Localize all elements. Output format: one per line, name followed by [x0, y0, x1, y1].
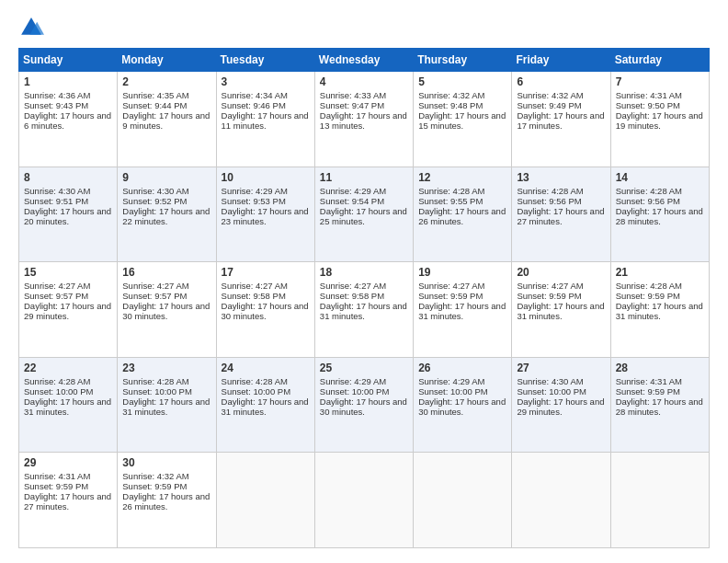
day-number: 5	[418, 75, 506, 88]
day-number: 9	[122, 171, 210, 184]
calendar-day-cell: 11Sunrise: 4:29 AMSunset: 9:54 PMDayligh…	[314, 167, 413, 262]
day-info: Sunrise: 4:29 AMSunset: 10:00 PMDaylight…	[418, 376, 506, 417]
header-friday: Friday	[512, 49, 610, 72]
calendar-day-cell: 21Sunrise: 4:28 AMSunset: 9:59 PMDayligh…	[610, 262, 709, 358]
day-info: Sunrise: 4:32 AMSunset: 9:48 PMDaylight:…	[418, 90, 506, 131]
calendar-day-cell: 12Sunrise: 4:28 AMSunset: 9:55 PMDayligh…	[414, 167, 512, 262]
day-number: 30	[122, 456, 210, 469]
calendar-day-cell: 20Sunrise: 4:27 AMSunset: 9:59 PMDayligh…	[512, 262, 610, 358]
day-number: 23	[122, 362, 210, 374]
day-number: 16	[122, 266, 210, 279]
day-number: 19	[418, 266, 506, 279]
day-number: 14	[616, 171, 704, 184]
day-info: Sunrise: 4:31 AMSunset: 9:50 PMDaylight:…	[616, 90, 703, 131]
day-info: Sunrise: 4:28 AMSunset: 10:00 PMDaylight…	[122, 376, 210, 417]
calendar-day-cell: 22Sunrise: 4:28 AMSunset: 10:00 PMDaylig…	[19, 357, 118, 453]
day-number: 24	[222, 362, 310, 374]
logo	[18, 15, 48, 40]
logo-icon	[18, 15, 44, 40]
day-info: Sunrise: 4:28 AMSunset: 9:56 PMDaylight:…	[517, 186, 604, 226]
day-number: 25	[320, 362, 408, 374]
day-info: Sunrise: 4:29 AMSunset: 9:53 PMDaylight:…	[222, 186, 309, 226]
day-info: Sunrise: 4:28 AMSunset: 9:55 PMDaylight:…	[418, 186, 506, 226]
day-info: Sunrise: 4:32 AMSunset: 9:49 PMDaylight:…	[517, 90, 604, 131]
calendar-day-cell: 27Sunrise: 4:30 AMSunset: 10:00 PMDaylig…	[512, 357, 610, 453]
day-number: 13	[517, 171, 605, 184]
calendar-day-cell: 14Sunrise: 4:28 AMSunset: 9:56 PMDayligh…	[610, 167, 709, 262]
day-number: 26	[418, 362, 506, 374]
day-number: 21	[616, 266, 704, 279]
calendar-day-cell	[610, 453, 709, 548]
day-info: Sunrise: 4:33 AMSunset: 9:47 PMDaylight:…	[320, 90, 407, 131]
day-info: Sunrise: 4:27 AMSunset: 9:59 PMDaylight:…	[517, 281, 604, 321]
day-info: Sunrise: 4:36 AMSunset: 9:43 PMDaylight:…	[24, 90, 111, 131]
calendar-day-cell: 1Sunrise: 4:36 AMSunset: 9:43 PMDaylight…	[19, 72, 118, 167]
calendar-day-cell: 24Sunrise: 4:28 AMSunset: 10:00 PMDaylig…	[216, 357, 314, 453]
calendar-day-cell: 7Sunrise: 4:31 AMSunset: 9:50 PMDaylight…	[610, 72, 709, 167]
day-number: 29	[24, 456, 112, 469]
header-saturday: Saturday	[610, 49, 709, 72]
day-info: Sunrise: 4:28 AMSunset: 9:56 PMDaylight:…	[616, 186, 703, 226]
day-number: 11	[320, 171, 408, 184]
calendar-day-cell: 18Sunrise: 4:27 AMSunset: 9:58 PMDayligh…	[314, 262, 413, 358]
header-monday: Monday	[118, 49, 216, 72]
calendar-day-cell	[512, 453, 610, 548]
day-info: Sunrise: 4:30 AMSunset: 9:52 PMDaylight:…	[122, 186, 210, 226]
calendar-week-row: 22Sunrise: 4:28 AMSunset: 10:00 PMDaylig…	[19, 357, 710, 453]
calendar-day-cell: 4Sunrise: 4:33 AMSunset: 9:47 PMDaylight…	[314, 72, 413, 167]
day-number: 4	[320, 75, 408, 88]
calendar-body: 1Sunrise: 4:36 AMSunset: 9:43 PMDaylight…	[19, 72, 710, 548]
calendar-day-cell: 9Sunrise: 4:30 AMSunset: 9:52 PMDaylight…	[118, 167, 216, 262]
header	[18, 15, 710, 40]
day-info: Sunrise: 4:27 AMSunset: 9:58 PMDaylight:…	[222, 281, 309, 321]
day-info: Sunrise: 4:31 AMSunset: 9:59 PMDaylight:…	[616, 376, 703, 417]
calendar-day-cell: 5Sunrise: 4:32 AMSunset: 9:48 PMDaylight…	[414, 72, 512, 167]
calendar-day-cell: 16Sunrise: 4:27 AMSunset: 9:57 PMDayligh…	[118, 262, 216, 358]
day-info: Sunrise: 4:29 AMSunset: 10:00 PMDaylight…	[320, 376, 407, 417]
day-number: 28	[616, 362, 704, 374]
calendar-week-row: 15Sunrise: 4:27 AMSunset: 9:57 PMDayligh…	[19, 262, 710, 358]
header-sunday: Sunday	[19, 49, 118, 72]
header-wednesday: Wednesday	[314, 49, 413, 72]
day-info: Sunrise: 4:35 AMSunset: 9:44 PMDaylight:…	[122, 90, 210, 131]
calendar-day-cell: 6Sunrise: 4:32 AMSunset: 9:49 PMDaylight…	[512, 72, 610, 167]
day-number: 2	[122, 75, 210, 88]
weekday-header-row: Sunday Monday Tuesday Wednesday Thursday…	[19, 49, 710, 72]
calendar-day-cell: 25Sunrise: 4:29 AMSunset: 10:00 PMDaylig…	[314, 357, 413, 453]
day-info: Sunrise: 4:28 AMSunset: 10:00 PMDaylight…	[24, 376, 111, 417]
day-info: Sunrise: 4:29 AMSunset: 9:54 PMDaylight:…	[320, 186, 407, 226]
calendar-day-cell: 23Sunrise: 4:28 AMSunset: 10:00 PMDaylig…	[118, 357, 216, 453]
day-number: 6	[517, 75, 605, 88]
calendar-day-cell: 17Sunrise: 4:27 AMSunset: 9:58 PMDayligh…	[216, 262, 314, 358]
day-number: 10	[222, 171, 310, 184]
calendar-day-cell	[314, 453, 413, 548]
calendar-day-cell: 8Sunrise: 4:30 AMSunset: 9:51 PMDaylight…	[19, 167, 118, 262]
header-tuesday: Tuesday	[216, 49, 314, 72]
day-number: 12	[418, 171, 506, 184]
day-info: Sunrise: 4:27 AMSunset: 9:57 PMDaylight:…	[24, 281, 111, 321]
day-number: 18	[320, 266, 408, 279]
calendar-week-row: 29Sunrise: 4:31 AMSunset: 9:59 PMDayligh…	[19, 453, 710, 548]
calendar-day-cell: 26Sunrise: 4:29 AMSunset: 10:00 PMDaylig…	[414, 357, 512, 453]
calendar-week-row: 1Sunrise: 4:36 AMSunset: 9:43 PMDaylight…	[19, 72, 710, 167]
calendar-day-cell: 30Sunrise: 4:32 AMSunset: 9:59 PMDayligh…	[118, 453, 216, 548]
day-number: 17	[222, 266, 310, 279]
calendar-day-cell: 2Sunrise: 4:35 AMSunset: 9:44 PMDaylight…	[118, 72, 216, 167]
calendar-day-cell	[414, 453, 512, 548]
day-info: Sunrise: 4:30 AMSunset: 9:51 PMDaylight:…	[24, 186, 111, 226]
day-number: 3	[222, 75, 310, 88]
page: Sunday Monday Tuesday Wednesday Thursday…	[0, 0, 728, 563]
calendar-week-row: 8Sunrise: 4:30 AMSunset: 9:51 PMDaylight…	[19, 167, 710, 262]
day-number: 15	[24, 266, 112, 279]
day-number: 20	[517, 266, 605, 279]
day-info: Sunrise: 4:34 AMSunset: 9:46 PMDaylight:…	[222, 90, 309, 131]
calendar-day-cell	[216, 453, 314, 548]
day-number: 1	[24, 75, 112, 88]
day-info: Sunrise: 4:27 AMSunset: 9:58 PMDaylight:…	[320, 281, 407, 321]
calendar-day-cell: 10Sunrise: 4:29 AMSunset: 9:53 PMDayligh…	[216, 167, 314, 262]
calendar: Sunday Monday Tuesday Wednesday Thursday…	[18, 48, 710, 548]
day-info: Sunrise: 4:31 AMSunset: 9:59 PMDaylight:…	[24, 471, 111, 511]
day-number: 8	[24, 171, 112, 184]
day-info: Sunrise: 4:28 AMSunset: 10:00 PMDaylight…	[222, 376, 309, 417]
calendar-day-cell: 28Sunrise: 4:31 AMSunset: 9:59 PMDayligh…	[610, 357, 709, 453]
